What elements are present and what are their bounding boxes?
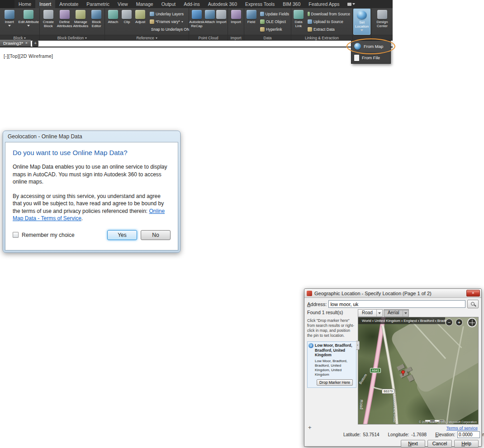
insert-block-icon [5, 10, 14, 19]
tab-autodesk-360[interactable]: Autodesk 360 [204, 0, 241, 8]
viewport-controls[interactable]: [-][Top][2D Wireframe] [4, 53, 53, 59]
road-tab-dropdown[interactable] [376, 310, 382, 316]
menu-item-from-file[interactable]: From File [351, 52, 390, 63]
tab-view[interactable]: View [114, 0, 132, 8]
ribbon-panel-point-cloud: Autodesk ReCap Attach Import Point Cloud [189, 8, 228, 41]
define-attributes-button[interactable]: Define Attributes [57, 9, 73, 35]
autodesk-recap-icon [192, 10, 202, 19]
download-from-source-button[interactable]: Download from Source [306, 10, 351, 18]
create-block-button[interactable]: Create Block [40, 9, 57, 35]
clip-button[interactable]: Clip [121, 9, 133, 35]
dialog-paragraph-2: By accessing or using this service, you … [13, 193, 171, 222]
point-cloud-attach-button[interactable]: Attach [204, 9, 216, 35]
adjust-label: Adjust [135, 20, 145, 24]
field-button[interactable]: Field [245, 9, 258, 35]
extract-data-button[interactable]: Extract Data [306, 26, 351, 33]
panel-label-reference[interactable]: Reference [105, 35, 189, 41]
tab-bim-360[interactable]: BIM 360 [279, 0, 304, 8]
drop-marker-crosshair-icon[interactable]: + [308, 425, 312, 430]
data-link-icon [294, 10, 304, 19]
address-input[interactable] [328, 300, 465, 308]
linking-panel-label: Linking & Extraction [305, 35, 339, 41]
adjust-button[interactable]: Adjust [133, 9, 147, 35]
aerial-tab-dropdown[interactable] [403, 310, 408, 316]
set-location-button[interactable]: Set Location [353, 9, 370, 35]
paragraph-2-text: By accessing or using this service, you … [13, 193, 164, 214]
close-icon[interactable]: × [466, 290, 480, 297]
design-center-button[interactable]: Design Center [372, 9, 392, 35]
autodesk-recap-button[interactable]: Autodesk ReCap [190, 9, 204, 35]
close-tab-icon[interactable]: × [25, 41, 28, 45]
data-panel-label: Data [264, 35, 272, 41]
latitude-value: 53.7514 [363, 432, 379, 437]
map-terms-of-service-link[interactable]: Terms of service [446, 425, 478, 430]
hyperlink-button[interactable]: Hyperlink [259, 26, 290, 33]
underlay-layers-button[interactable]: Underlay Layers [148, 10, 188, 18]
menu-item-from-map[interactable]: From Map [351, 41, 390, 52]
elevation-input[interactable] [457, 431, 480, 438]
update-fields-button[interactable]: Update Fields [259, 10, 290, 18]
ribbon-display-toggle-icon[interactable] [346, 0, 357, 8]
road-tab-label: Road [358, 310, 376, 316]
next-button[interactable]: Next [401, 440, 425, 448]
map-breadcrumb[interactable]: World • United Kingdom • England • Bradf… [358, 317, 445, 324]
zoom-out-button[interactable]: − [446, 319, 453, 326]
define-attributes-label: Define Attributes [57, 20, 73, 28]
remember-choice-checkbox[interactable] [13, 232, 19, 238]
panel-label-block-definition[interactable]: Block Definition [40, 35, 104, 41]
help-button[interactable]: Help [454, 440, 479, 448]
tab-aerial[interactable]: Aerial [384, 309, 409, 317]
frames-dropdown[interactable]: *Frames vary* [148, 18, 188, 26]
no-button[interactable]: No [141, 230, 171, 240]
new-tab-button[interactable]: + [32, 41, 38, 47]
location-pin-marker[interactable] [401, 370, 405, 374]
file-tab-drawing3[interactable]: Drawing3* × [0, 40, 31, 47]
tab-output[interactable]: Output [157, 0, 180, 8]
tab-featured-apps[interactable]: Featured Apps [304, 0, 343, 8]
tab-annotate[interactable]: Annotate [55, 0, 82, 8]
edit-attribute-button[interactable]: Edit Attribute [19, 9, 39, 35]
compass-control[interactable] [467, 318, 477, 327]
zoom-in-button[interactable]: + [456, 319, 463, 326]
ole-object-button[interactable]: OLE Object [259, 18, 290, 26]
search-button[interactable] [467, 300, 479, 308]
caret-down-icon [181, 21, 183, 23]
manage-attributes-button[interactable]: Manage Attributes [73, 9, 89, 35]
panel-label-linking-extraction[interactable]: Linking & Extraction [291, 35, 352, 41]
snap-to-underlays-dropdown[interactable]: Snap to Underlays ON [148, 26, 188, 33]
point-cloud-import-button[interactable]: Import [216, 9, 228, 35]
panel-label-import[interactable]: Import [228, 35, 244, 41]
tab-add-ins[interactable]: Add-ins [180, 0, 204, 8]
upload-to-source-button[interactable]: Upload to Source [306, 18, 351, 26]
create-block-label: Create Block [40, 20, 57, 28]
search-result-item[interactable]: i Low Moor, Bradford, Bradford, United K… [307, 341, 356, 388]
panel-label-data[interactable]: Data [244, 35, 291, 41]
point-cloud-import-label: Import [216, 20, 227, 24]
yes-button[interactable]: Yes [107, 230, 137, 240]
drop-marker-here-button[interactable]: Drop Marker Here [317, 379, 353, 386]
map-view[interactable]: World • United Kingdom • England • Bradf… [358, 317, 479, 424]
ole-object-label: OLE Object [266, 19, 286, 24]
application-menu-button[interactable] [0, 0, 14, 8]
tab-insert[interactable]: Insert [35, 0, 55, 8]
insert-button[interactable]: Insert [0, 9, 19, 35]
attach-button[interactable]: Attach [105, 9, 121, 35]
cancel-button[interactable]: Cancel [427, 440, 452, 448]
tab-manage[interactable]: Manage [132, 0, 157, 8]
screen: Home Insert Annotate Parametric View Man… [0, 0, 484, 448]
ole-object-icon [260, 19, 265, 24]
ribbon-panel-block-definition: Create Block Define Attributes Manage At… [40, 8, 105, 41]
import-button[interactable]: Import [228, 9, 243, 35]
tab-road[interactable]: Road [358, 309, 383, 317]
caret-down-icon [156, 38, 157, 39]
tab-parametric[interactable]: Parametric [82, 0, 114, 8]
dialog-main: Found 1 result(s) Click "Drop marker her… [307, 309, 479, 424]
define-attributes-icon [60, 10, 70, 19]
tab-home[interactable]: Home [14, 0, 35, 8]
caret-down-icon [27, 25, 30, 27]
data-link-button[interactable]: Data Link [292, 9, 305, 35]
collapse-sidebar-button[interactable]: ‹ [356, 341, 360, 350]
tab-express-tools[interactable]: Express Tools [241, 0, 279, 8]
block-editor-button[interactable]: Block Editor [89, 9, 104, 35]
panel-label-point-cloud[interactable]: Point Cloud [189, 35, 228, 41]
